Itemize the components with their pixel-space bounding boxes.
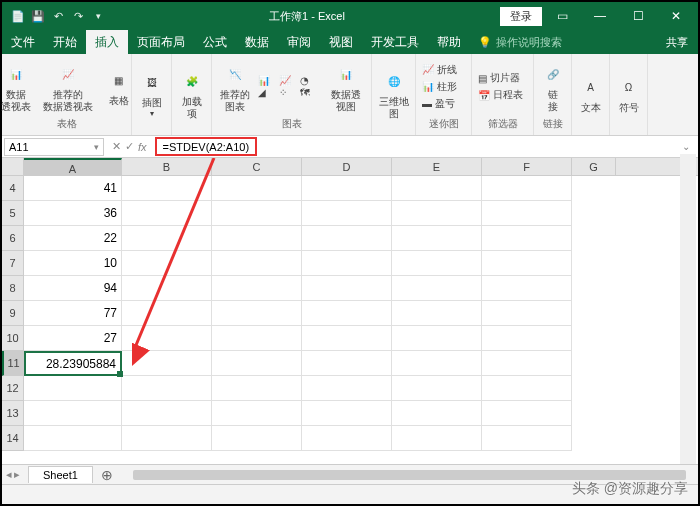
col-header-c[interactable]: C [212,158,302,175]
expand-formula-icon[interactable]: ⌄ [674,141,698,152]
cell[interactable] [392,251,482,276]
row-header-9[interactable]: 9 [2,301,24,326]
tab-developer[interactable]: 开发工具 [362,30,428,55]
tell-me-search[interactable]: 💡 操作说明搜索 [470,35,570,50]
namebox-dropdown-icon[interactable]: ▾ [94,142,99,152]
cell[interactable] [122,226,212,251]
tab-help[interactable]: 帮助 [428,30,470,55]
sheet-tab-sheet1[interactable]: Sheet1 [28,466,93,483]
row-header-6[interactable]: 6 [2,226,24,251]
cell[interactable] [302,226,392,251]
cell-a5[interactable]: 36 [24,201,122,226]
cell[interactable] [482,326,572,351]
col-header-e[interactable]: E [392,158,482,175]
tab-data[interactable]: 数据 [236,30,278,55]
vertical-scrollbar[interactable] [680,154,696,464]
cancel-formula-icon[interactable]: ✕ [112,140,121,153]
cell[interactable] [392,351,482,376]
close-button[interactable]: ✕ [658,2,694,30]
cell[interactable] [302,426,392,451]
pie-chart-icon[interactable]: ◔ [300,75,320,86]
row-header-14[interactable]: 14 [2,426,24,451]
cell[interactable] [24,426,122,451]
row-header-5[interactable]: 5 [2,201,24,226]
cell[interactable] [302,351,392,376]
map-chart-icon[interactable]: 🗺 [300,87,320,98]
chart-gallery[interactable]: 📊 📈 ◔ ◢ ⁘ 🗺 [258,75,320,98]
cell[interactable] [482,426,572,451]
addins-button[interactable]: 🧩 加载 项 [174,66,210,122]
row-header-8[interactable]: 8 [2,276,24,301]
undo-icon[interactable]: ↶ [50,8,66,24]
ribbon-options-icon[interactable]: ▭ [544,2,580,30]
minimize-button[interactable]: — [582,2,618,30]
fill-handle[interactable] [117,371,123,377]
cell-a6[interactable]: 22 [24,226,122,251]
cell[interactable] [302,251,392,276]
col-header-b[interactable]: B [122,158,212,175]
cell[interactable] [302,176,392,201]
cell[interactable] [122,376,212,401]
cell[interactable] [392,276,482,301]
cell[interactable] [122,276,212,301]
cell[interactable] [482,201,572,226]
tab-home[interactable]: 开始 [44,30,86,55]
autosave-icon[interactable]: 📄 [10,8,26,24]
cell[interactable] [212,226,302,251]
cell[interactable] [392,376,482,401]
save-icon[interactable]: 💾 [30,8,46,24]
fx-button[interactable]: fx [138,141,147,153]
cell[interactable] [212,401,302,426]
cell-a4[interactable]: 41 [24,176,122,201]
tab-insert[interactable]: 插入 [86,30,128,55]
3dmap-button[interactable]: 🌐 三维地 图 [375,66,413,122]
tab-pagelayout[interactable]: 页面布局 [128,30,194,55]
cell[interactable] [212,426,302,451]
cell[interactable] [392,401,482,426]
area-chart-icon[interactable]: ◢ [258,87,278,98]
login-button[interactable]: 登录 [500,7,542,26]
pivot-table-button[interactable]: 📊 数据 透视表 [0,59,35,115]
scatter-chart-icon[interactable]: ⁘ [279,87,299,98]
tab-view[interactable]: 视图 [320,30,362,55]
cell[interactable] [482,401,572,426]
cell[interactable] [122,426,212,451]
qat-dropdown-icon[interactable]: ▾ [90,8,106,24]
tab-formulas[interactable]: 公式 [194,30,236,55]
cell[interactable] [482,376,572,401]
row-header-7[interactable]: 7 [2,251,24,276]
cell[interactable] [122,326,212,351]
select-all-corner[interactable] [2,158,24,175]
cell[interactable] [482,301,572,326]
prev-sheet-icon[interactable]: ◂ [6,468,12,481]
cell[interactable] [212,351,302,376]
cell[interactable] [212,201,302,226]
row-header-11[interactable]: 11 [2,351,24,376]
cell[interactable] [482,351,572,376]
cell-a7[interactable]: 10 [24,251,122,276]
worksheet-grid[interactable]: A B C D E F G 4 5 6 7 8 9 10 11 12 13 14… [2,158,698,468]
tab-file[interactable]: 文件 [2,30,44,55]
cell-a10[interactable]: 27 [24,326,122,351]
cell[interactable] [122,401,212,426]
cell[interactable] [302,401,392,426]
share-button[interactable]: 共享 [656,31,698,54]
row-header-12[interactable]: 12 [2,376,24,401]
cell[interactable] [392,326,482,351]
link-button[interactable]: 🔗 链 接 [535,59,571,115]
row-header-13[interactable]: 13 [2,401,24,426]
cell[interactable] [392,201,482,226]
name-box[interactable]: A11 ▾ [4,138,104,156]
sparkline-line-button[interactable]: 📈折线 [420,62,459,78]
maximize-button[interactable]: ☐ [620,2,656,30]
bar-chart-icon[interactable]: 📊 [258,75,278,86]
col-header-f[interactable]: F [482,158,572,175]
cell[interactable] [392,226,482,251]
recommended-pivot-button[interactable]: 📈 推荐的 数据透视表 [39,59,97,115]
line-chart-icon[interactable]: 📈 [279,75,299,86]
cell[interactable] [122,351,212,376]
cell[interactable] [392,301,482,326]
cell-a9[interactable]: 77 [24,301,122,326]
cell[interactable] [482,276,572,301]
cell[interactable] [212,301,302,326]
